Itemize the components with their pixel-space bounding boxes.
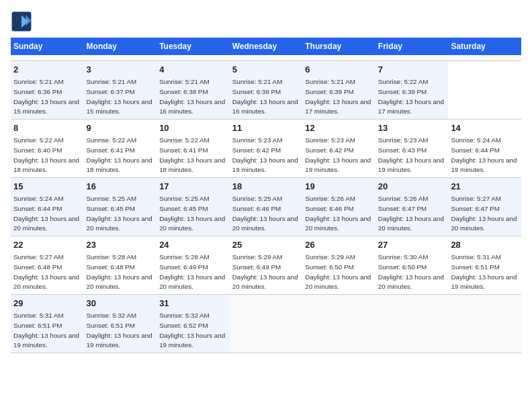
- sunset: Sunset: 6:50 PM: [305, 263, 353, 271]
- sunset: Sunset: 6:38 PM: [159, 88, 208, 95]
- day-number: 18: [232, 181, 300, 193]
- daylight: Daylight: 13 hours and 19 minutes.: [232, 156, 298, 174]
- calendar-cell: 7Sunrise: 5:22 AMSunset: 6:39 PMDaylight…: [375, 61, 449, 120]
- sunrise: Sunrise: 5:22 AM: [159, 136, 210, 144]
- calendar-cell: 9Sunrise: 5:22 AMSunset: 6:41 PMDaylight…: [84, 120, 157, 178]
- daylight: Daylight: 13 hours and 20 minutes.: [13, 215, 79, 232]
- day-number: 10: [159, 122, 227, 134]
- day-number: 30: [87, 298, 154, 310]
- calendar-cell: [11, 55, 84, 61]
- calendar-cell: 23Sunrise: 5:28 AMSunset: 6:48 PMDayligh…: [84, 236, 157, 295]
- calendar-cell: 19Sunrise: 5:26 AMSunset: 6:46 PMDayligh…: [302, 178, 375, 236]
- calendar-cell: [375, 55, 449, 61]
- sunrise: Sunrise: 5:27 AM: [13, 253, 64, 261]
- sunrise: Sunrise: 5:22 AM: [13, 136, 64, 144]
- calendar-cell: [448, 295, 521, 353]
- sunrise: Sunrise: 5:26 AM: [305, 195, 355, 202]
- daylight: Daylight: 13 hours and 17 minutes.: [305, 98, 371, 116]
- sunrise: Sunrise: 5:23 AM: [378, 136, 429, 144]
- calendar-cell: 29Sunrise: 5:31 AMSunset: 6:51 PMDayligh…: [11, 295, 84, 353]
- sunrise: Sunrise: 5:23 AM: [305, 136, 355, 144]
- daylight: Daylight: 13 hours and 18 minutes.: [13, 156, 79, 174]
- day-number: 11: [232, 122, 300, 134]
- calendar-week-row: 8Sunrise: 5:22 AMSunset: 6:40 PMDaylight…: [11, 120, 521, 178]
- sunrise: Sunrise: 5:32 AM: [87, 312, 137, 319]
- header-row: SundayMondayTuesdayWednesdayThursdayFrid…: [11, 38, 521, 55]
- calendar-cell: [375, 295, 449, 353]
- sunset: Sunset: 6:48 PM: [13, 263, 62, 271]
- sunset: Sunset: 6:39 PM: [378, 88, 427, 95]
- logo-icon: [11, 11, 32, 32]
- day-number: 17: [159, 181, 227, 193]
- sunrise: Sunrise: 5:23 AM: [232, 136, 283, 144]
- sunrise: Sunrise: 5:22 AM: [378, 78, 429, 85]
- calendar-cell: 11Sunrise: 5:23 AMSunset: 6:42 PMDayligh…: [230, 120, 303, 178]
- day-of-week-header: Thursday: [302, 38, 375, 55]
- sunrise: Sunrise: 5:21 AM: [13, 78, 64, 85]
- day-number: 24: [159, 239, 227, 251]
- sunset: Sunset: 6:45 PM: [87, 205, 135, 212]
- day-number: 6: [305, 64, 373, 76]
- sunset: Sunset: 6:40 PM: [13, 146, 62, 154]
- calendar-cell: [230, 295, 303, 353]
- calendar-cell: 21Sunrise: 5:27 AMSunset: 6:47 PMDayligh…: [448, 178, 521, 236]
- sunset: Sunset: 6:46 PM: [305, 205, 353, 212]
- calendar-cell: [230, 55, 303, 61]
- day-number: 8: [13, 122, 81, 134]
- sunset: Sunset: 6:38 PM: [232, 88, 281, 95]
- sunset: Sunset: 6:46 PM: [232, 205, 281, 212]
- sunrise: Sunrise: 5:28 AM: [87, 253, 137, 261]
- sunrise: Sunrise: 5:29 AM: [305, 253, 355, 261]
- daylight: Daylight: 13 hours and 20 minutes.: [378, 273, 444, 291]
- calendar-cell: 31Sunrise: 5:32 AMSunset: 6:52 PMDayligh…: [157, 295, 230, 353]
- logo: [11, 11, 35, 32]
- sunrise: Sunrise: 5:29 AM: [232, 253, 283, 261]
- calendar-cell: 26Sunrise: 5:29 AMSunset: 6:50 PMDayligh…: [302, 236, 375, 295]
- day-number: 27: [378, 239, 446, 251]
- calendar-week-row: 15Sunrise: 5:24 AMSunset: 6:44 PMDayligh…: [11, 178, 521, 236]
- day-of-week-header: Wednesday: [230, 38, 303, 55]
- day-number: 21: [451, 181, 519, 193]
- sunset: Sunset: 6:41 PM: [159, 146, 208, 154]
- calendar-cell: 4Sunrise: 5:21 AMSunset: 6:38 PMDaylight…: [157, 61, 230, 120]
- daylight: Daylight: 13 hours and 15 minutes.: [13, 98, 79, 116]
- sunrise: Sunrise: 5:25 AM: [87, 195, 137, 202]
- sunrise: Sunrise: 5:27 AM: [451, 195, 501, 202]
- day-number: 28: [451, 239, 519, 251]
- day-number: 7: [378, 64, 446, 76]
- calendar-cell: 24Sunrise: 5:28 AMSunset: 6:49 PMDayligh…: [157, 236, 230, 295]
- sunrise: Sunrise: 5:32 AM: [159, 312, 210, 319]
- sunset: Sunset: 6:41 PM: [87, 146, 135, 154]
- calendar-cell: 17Sunrise: 5:25 AMSunset: 6:45 PMDayligh…: [157, 178, 230, 236]
- daylight: Daylight: 13 hours and 19 minutes.: [451, 156, 517, 174]
- calendar-cell: [302, 295, 375, 353]
- calendar-cell: 30Sunrise: 5:32 AMSunset: 6:51 PMDayligh…: [84, 295, 157, 353]
- calendar-cell: 5Sunrise: 5:21 AMSunset: 6:38 PMDaylight…: [230, 61, 303, 120]
- daylight: Daylight: 13 hours and 19 minutes.: [159, 332, 225, 349]
- day-number: 12: [305, 122, 373, 134]
- sunset: Sunset: 6:52 PM: [159, 322, 208, 329]
- calendar-cell: 16Sunrise: 5:25 AMSunset: 6:45 PMDayligh…: [84, 178, 157, 236]
- day-number: 25: [232, 239, 300, 251]
- sunset: Sunset: 6:51 PM: [13, 322, 62, 329]
- calendar-week-row: 2Sunrise: 5:21 AMSunset: 6:36 PMDaylight…: [11, 61, 521, 120]
- daylight: Daylight: 13 hours and 20 minutes.: [305, 215, 371, 232]
- calendar-cell: 14Sunrise: 5:24 AMSunset: 6:44 PMDayligh…: [448, 120, 521, 178]
- calendar-cell: 27Sunrise: 5:30 AMSunset: 6:50 PMDayligh…: [375, 236, 449, 295]
- sunset: Sunset: 6:50 PM: [378, 263, 427, 271]
- day-number: 22: [13, 239, 81, 251]
- sunrise: Sunrise: 5:31 AM: [13, 312, 64, 319]
- sunrise: Sunrise: 5:24 AM: [451, 136, 501, 144]
- daylight: Daylight: 13 hours and 18 minutes.: [159, 156, 225, 174]
- day-number: 2: [13, 64, 81, 76]
- sunset: Sunset: 6:48 PM: [87, 263, 135, 271]
- calendar-cell: 20Sunrise: 5:26 AMSunset: 6:47 PMDayligh…: [375, 178, 449, 236]
- daylight: Daylight: 13 hours and 19 minutes.: [378, 156, 444, 174]
- sunrise: Sunrise: 5:28 AM: [159, 253, 210, 261]
- sunset: Sunset: 6:44 PM: [13, 205, 62, 212]
- day-number: 20: [378, 181, 446, 193]
- calendar-cell: [84, 55, 157, 61]
- calendar-cell: 28Sunrise: 5:31 AMSunset: 6:51 PMDayligh…: [448, 236, 521, 295]
- sunset: Sunset: 6:45 PM: [159, 205, 208, 212]
- day-number: 5: [232, 64, 300, 76]
